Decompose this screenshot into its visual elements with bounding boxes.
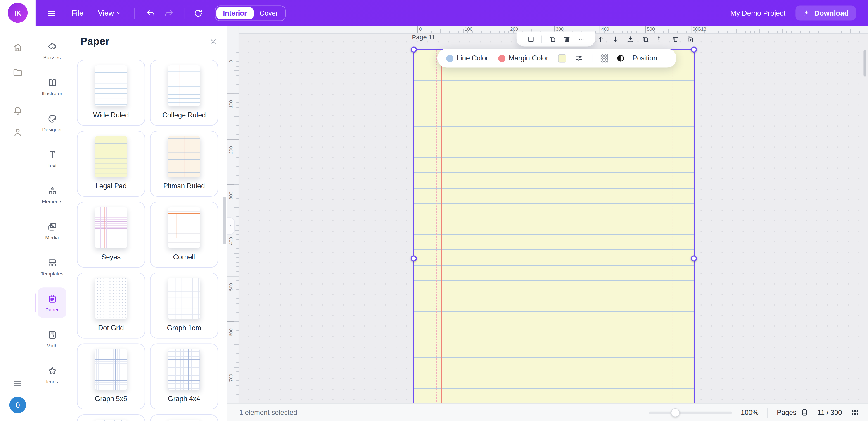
paper-template-card[interactable] [150,415,218,421]
menu-icon[interactable] [13,378,23,388]
file-menu[interactable]: File [71,9,84,17]
folder-icon[interactable] [12,67,23,78]
position-button[interactable]: Position [632,54,657,62]
support-avatar[interactable]: 0 [9,397,26,413]
paper-template-card-dot-grid[interactable]: Dot Grid [77,273,145,338]
selected-paper-element[interactable] [414,50,694,403]
quick-actions-bubble [517,32,595,47]
paper-template-card-graph-1cm[interactable]: Graph 1cm [150,273,218,338]
trash-icon[interactable] [563,35,570,43]
paper-template-card-cornell[interactable]: Cornell [150,202,218,268]
paper-template-card-college-ruled[interactable]: College Ruled [150,60,218,125]
paper-template-label: Cornell [173,253,195,261]
refresh-icon[interactable] [193,8,203,18]
math-icon [47,329,57,340]
line-color-label[interactable]: Line Color [457,54,488,62]
sidebar-item-label: Paper [45,307,59,312]
sidebar-rail: PuzzlesIllustratorDesignerTextElementsMe… [35,26,69,421]
resize-handle-right[interactable] [691,255,697,261]
dots-icon[interactable] [577,35,585,43]
line-color-swatch[interactable] [446,55,454,62]
resize-handle-top-left[interactable] [411,47,417,53]
paper-template-label: Graph 4x4 [168,395,200,403]
sidebar-item-elements[interactable]: Elements [37,179,66,210]
project-title[interactable]: My Demo Project [730,9,785,17]
resize-handle-top-right[interactable] [691,47,697,53]
panel-scrollbar[interactable] [223,197,226,245]
canvas-scrollbar[interactable] [864,50,866,76]
divider [767,408,768,417]
app-logo[interactable]: IK [8,3,28,23]
tab-interior[interactable]: Interior [216,7,253,19]
canvas-workspace[interactable] [239,33,868,403]
sidebar-item-templates[interactable]: Templates [37,251,66,282]
paper-thumbnail [95,278,127,319]
margin-color-label[interactable]: Margin Color [508,54,548,62]
flow-icon[interactable] [656,35,664,43]
sidebar-item-label: Math [46,343,58,348]
redo-icon[interactable] [164,8,174,18]
sidebar-item-paper[interactable]: Paper [37,287,66,318]
grid-view-icon[interactable] [851,408,859,417]
opacity-icon[interactable] [616,54,625,62]
fill-color-swatch[interactable] [558,54,566,62]
h-ruler-label: 613 [697,26,706,33]
sidebar-item-media[interactable]: Media [37,216,66,246]
close-icon[interactable] [209,37,218,46]
trash-icon[interactable] [672,35,679,43]
notifications-icon[interactable] [12,105,23,116]
book-open-icon [47,77,57,88]
divider [591,54,592,62]
paper-template-card-pitman-ruled[interactable]: Pitman Ruled [150,131,218,197]
divider [184,7,184,19]
templates-icon [47,257,57,268]
duplicate-icon[interactable] [642,35,649,43]
tab-cover[interactable]: Cover [253,7,284,19]
paper-template-card-graph-5x5[interactable]: Graph 5x5 [77,344,145,410]
home-icon[interactable] [12,42,23,53]
sidebar-item-math[interactable]: Math [37,324,66,354]
v-ruler-label: 300 [227,185,239,185]
view-menu[interactable]: View [98,9,122,17]
panel-header: Paper [69,26,227,48]
pages-button[interactable]: Pages [777,408,809,417]
ruler-corner [227,26,239,34]
paper-template-card-legal-pad[interactable]: Legal Pad [77,131,145,197]
transparency-icon[interactable] [600,54,608,62]
add-page-icon[interactable] [686,35,694,43]
sidebar-item-label: Media [45,235,59,240]
hamburger-icon[interactable] [46,8,57,18]
paper-thumbnail [95,136,127,177]
zoom-slider-thumb[interactable] [671,408,680,417]
duplicate-icon[interactable] [548,35,556,43]
sidebar-item-label: Templates [41,271,63,276]
sidebar-item-illustrator[interactable]: Illustrator [37,72,66,102]
import-icon[interactable] [627,35,634,43]
sidebar-item-text[interactable]: Text [37,143,66,174]
frame-icon[interactable] [527,35,534,43]
paper-template-card-seyes[interactable]: Seyes [77,202,145,268]
sidebar-item-label: Illustrator [42,90,62,96]
account-icon[interactable] [12,127,23,138]
undo-icon[interactable] [146,8,155,18]
page-label: Page 11 [412,34,435,40]
settings-sliders-icon[interactable] [575,54,583,62]
zoom-slider[interactable] [649,411,732,414]
paper-template-card-wide-ruled[interactable]: Wide Ruled [77,60,145,125]
arrow-up-icon[interactable] [597,35,604,43]
arrow-down-icon[interactable] [612,35,619,43]
divider [134,7,134,19]
sidebar-item-icons[interactable]: Icons [37,360,66,390]
h-ruler-label: 100 [463,26,472,33]
margin-color-swatch[interactable] [498,55,505,62]
download-button[interactable]: Download [796,5,856,20]
paper-template-card-graph-4x4[interactable]: Graph 4x4 [150,344,218,410]
download-label: Download [814,9,848,17]
chevron-down-icon [116,10,122,16]
sidebar-item-designer[interactable]: Designer [37,108,66,138]
strip-bottom: 0 [9,378,26,421]
paper-template-card[interactable] [77,415,145,421]
sidebar-item-puzzles[interactable]: Puzzles [37,35,66,66]
panel-collapse-handle[interactable] [227,217,235,235]
resize-handle-left[interactable] [411,255,417,261]
